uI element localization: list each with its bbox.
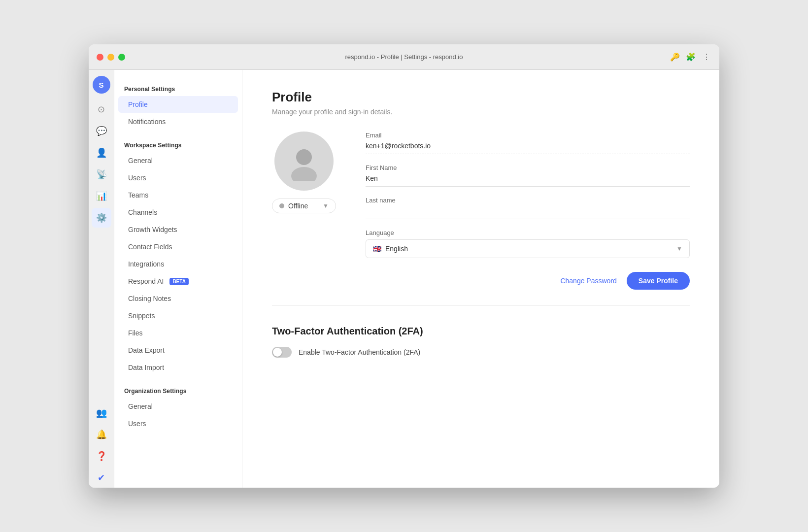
first-name-group: First Name	[366, 164, 690, 187]
files-label: Files	[128, 329, 143, 337]
sidebar-item-snippets[interactable]: Snippets	[118, 307, 238, 324]
dashboard-icon[interactable]: ⊙	[92, 100, 111, 119]
growth-widgets-label: Growth Widgets	[128, 226, 177, 233]
help-icon[interactable]: ❓	[92, 446, 111, 466]
checkmark-icon[interactable]: ✔	[92, 468, 111, 488]
language-value: English	[385, 245, 408, 253]
change-password-button[interactable]: Change Password	[560, 277, 616, 285]
org-general-label: General	[128, 402, 153, 410]
last-name-input[interactable]	[366, 207, 690, 219]
sidebar-item-notifications[interactable]: Notifications	[118, 113, 238, 130]
org-users-label: Users	[128, 420, 146, 428]
bell-icon[interactable]: 🔔	[92, 425, 111, 444]
tfa-label: Enable Two-Factor Authentication (2FA)	[299, 348, 420, 356]
organization-settings-heading: Organization Settings	[114, 382, 242, 398]
titlebar: respond.io - Profile | Settings - respon…	[89, 44, 719, 70]
reports-icon[interactable]: 📊	[92, 186, 111, 206]
language-left: 🇬🇧 English	[373, 245, 408, 253]
tfa-section: Two-Factor Authentication (2FA) Enable T…	[272, 322, 690, 358]
action-row: Change Password Save Profile	[366, 272, 690, 290]
sidebar-item-org-general[interactable]: General	[118, 398, 238, 415]
language-select[interactable]: 🇬🇧 English ▼	[366, 239, 690, 258]
users-label: Users	[128, 174, 146, 182]
tfa-title: Two-Factor Authentication (2FA)	[272, 326, 690, 337]
respond-ai-label: Respond AI	[128, 277, 164, 285]
tfa-toggle[interactable]	[272, 347, 292, 358]
sidebar-item-users[interactable]: Users	[118, 169, 238, 186]
personal-settings-heading: Personal Settings	[114, 80, 242, 96]
broadcast-icon[interactable]: 📡	[92, 165, 111, 184]
chevron-down-icon: ▼	[323, 202, 329, 209]
profile-section: Offline ▼ Email ken+1@rocketbots.io Firs…	[272, 132, 690, 306]
page-title: Profile	[272, 90, 690, 105]
sidebar: Personal Settings Profile Notifications …	[114, 70, 242, 488]
sidebar-item-contact-fields[interactable]: Contact Fields	[118, 238, 238, 255]
avatar-area: Offline ▼	[272, 132, 336, 213]
snippets-label: Snippets	[128, 312, 155, 320]
teams-label: Teams	[128, 191, 148, 199]
data-import-label: Data Import	[128, 364, 164, 371]
sidebar-item-teams[interactable]: Teams	[118, 187, 238, 203]
user-avatar-rail[interactable]: S	[93, 76, 110, 94]
profile-label: Profile	[128, 100, 148, 108]
status-dot	[279, 203, 284, 208]
sidebar-item-data-export[interactable]: Data Export	[118, 342, 238, 359]
status-label: Offline	[288, 202, 308, 210]
sidebar-item-profile[interactable]: Profile	[118, 96, 238, 113]
avatar-icon	[284, 141, 324, 181]
first-name-label: First Name	[366, 164, 690, 171]
general-label: General	[128, 157, 153, 165]
sidebar-item-closing-notes[interactable]: Closing Notes	[118, 290, 238, 307]
integrations-label: Integrations	[128, 260, 164, 268]
page-subtitle: Manage your profile and sign-in details.	[272, 108, 690, 116]
chat-icon[interactable]: 💬	[92, 121, 111, 141]
channels-label: Channels	[128, 208, 157, 216]
titlebar-actions: 🔑 🧩 ⋮	[670, 52, 711, 62]
window-title: respond.io - Profile | Settings - respon…	[345, 53, 463, 61]
language-group: Language 🇬🇧 English ▼	[366, 229, 690, 258]
notifications-label: Notifications	[128, 118, 166, 126]
contacts-icon[interactable]: 👤	[92, 143, 111, 163]
workspace-settings-heading: Workspace Settings	[114, 136, 242, 152]
first-name-input[interactable]	[366, 174, 690, 187]
status-dropdown[interactable]: Offline ▼	[272, 199, 336, 213]
avatar[interactable]	[274, 132, 334, 191]
svg-point-1	[291, 167, 317, 181]
form-fields: Email ken+1@rocketbots.io First Name Las…	[366, 132, 690, 290]
language-label: Language	[366, 229, 690, 236]
more-icon[interactable]: ⋮	[702, 52, 711, 62]
sidebar-item-respond-ai[interactable]: Respond AI BETA	[118, 273, 238, 290]
email-group: Email ken+1@rocketbots.io	[366, 132, 690, 154]
contact-fields-label: Contact Fields	[128, 243, 172, 251]
svg-point-0	[296, 149, 312, 165]
minimize-button[interactable]	[107, 54, 114, 61]
last-name-label: Last name	[366, 197, 690, 204]
settings-icon[interactable]: ⚙️	[92, 208, 111, 228]
app-window: respond.io - Profile | Settings - respon…	[89, 44, 719, 488]
beta-badge: BETA	[169, 278, 188, 285]
icon-rail: S ⊙ 💬 👤 📡 📊 ⚙️ 👥 🔔 ❓ ✔	[89, 70, 114, 488]
sidebar-item-growth-widgets[interactable]: Growth Widgets	[118, 221, 238, 238]
tfa-row: Enable Two-Factor Authentication (2FA)	[272, 347, 690, 358]
traffic-lights	[97, 54, 125, 61]
email-label: Email	[366, 132, 690, 139]
chevron-down-icon: ▼	[676, 245, 682, 252]
sidebar-item-integrations[interactable]: Integrations	[118, 256, 238, 272]
close-button[interactable]	[97, 54, 103, 61]
app-body: S ⊙ 💬 👤 📡 📊 ⚙️ 👥 🔔 ❓ ✔ Personal Settings…	[89, 70, 719, 488]
sidebar-item-channels[interactable]: Channels	[118, 204, 238, 221]
sidebar-item-general[interactable]: General	[118, 152, 238, 169]
language-flag: 🇬🇧	[373, 245, 381, 253]
sidebar-item-data-import[interactable]: Data Import	[118, 359, 238, 376]
toggle-knob	[273, 348, 282, 357]
save-profile-button[interactable]: Save Profile	[627, 272, 690, 290]
sidebar-item-org-users[interactable]: Users	[118, 415, 238, 432]
people-icon[interactable]: 👥	[92, 403, 111, 423]
maximize-button[interactable]	[118, 54, 125, 61]
data-export-label: Data Export	[128, 346, 165, 354]
key-icon[interactable]: 🔑	[670, 52, 680, 62]
email-value: ken+1@rocketbots.io	[366, 142, 690, 154]
last-name-group: Last name	[366, 197, 690, 219]
extension-icon[interactable]: 🧩	[686, 52, 696, 62]
sidebar-item-files[interactable]: Files	[118, 325, 238, 341]
